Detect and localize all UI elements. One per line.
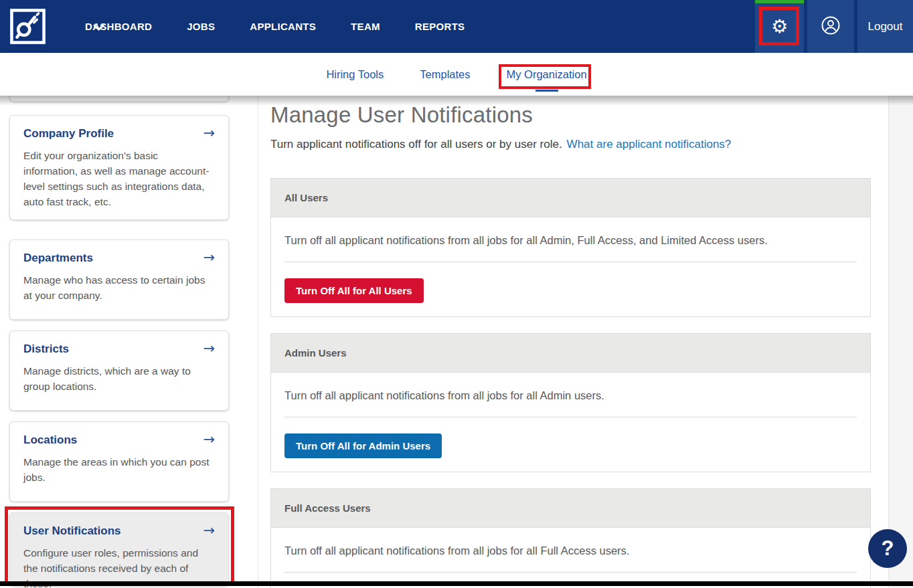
panel-all-users: All Users Turn off all applicant notific…	[270, 178, 871, 317]
card-title: Company Profile	[23, 127, 114, 140]
account-circle-icon	[821, 15, 841, 38]
nav-item-reports[interactable]: REPORTS	[415, 21, 465, 32]
nav-item-team[interactable]: TEAM	[351, 21, 380, 32]
card-title: Departments	[23, 252, 93, 265]
card-description: Manage who has access to certain jobs at…	[23, 272, 215, 303]
arrow-right-icon: →	[203, 126, 215, 140]
panel-divider	[284, 417, 857, 417]
bottom-black-bar	[0, 581, 913, 586]
arrow-right-icon: →	[203, 524, 215, 538]
panel-divider	[284, 572, 857, 573]
nav-item-dashboard[interactable]: DASHBOARD	[85, 21, 152, 32]
panel-description: Turn off all applicant notifications fro…	[284, 541, 857, 572]
sidebar-content-divider	[258, 96, 258, 588]
turn-off-all-for-all-users-button[interactable]: Turn Off All for All Users	[284, 278, 424, 303]
panel-header: Full Access Users	[271, 489, 870, 528]
tab-my-organization[interactable]: My Organization	[506, 68, 586, 81]
applicant-notifications-help-link[interactable]: What are applicant notifications?	[567, 138, 732, 151]
card-title: Locations	[23, 433, 77, 447]
tab-templates[interactable]: Templates	[420, 68, 470, 81]
primary-menu: DASHBOARD JOBS APPLICANTS TEAM REPORTS	[85, 0, 465, 53]
sidebar-card-districts[interactable]: Districts → Manage districts, which are …	[9, 330, 229, 411]
card-title: Districts	[23, 342, 69, 356]
panel-header: Admin Users	[271, 334, 870, 373]
gear-icon: ⚙	[771, 17, 788, 36]
sidebar-card-user-notifications[interactable]: User Notifications → Configure user role…	[9, 512, 229, 586]
panel-header: All Users	[271, 179, 870, 217]
turn-off-all-for-admin-users-button[interactable]: Turn Off All for Admin Users	[284, 433, 442, 458]
arrow-right-icon: →	[203, 342, 215, 356]
sidebar-card-locations[interactable]: Locations → Manage the areas in which yo…	[9, 421, 229, 502]
page-title: Manage User Notifications	[270, 102, 871, 128]
top-navigation-bar: DASHBOARD JOBS APPLICANTS TEAM REPORTS ⚙…	[0, 0, 913, 53]
settings-sub-navigation: Hiring Tools Templates My Organization	[0, 53, 913, 96]
intro-text: Turn applicant notifications off for all…	[270, 138, 562, 151]
question-mark-icon: ?	[882, 536, 894, 561]
panel-description: Turn off all applicant notifications fro…	[284, 386, 857, 417]
panel-divider	[284, 262, 857, 262]
vertical-scrollbar[interactable]	[888, 96, 913, 588]
nav-item-applicants[interactable]: APPLICANTS	[250, 21, 316, 32]
settings-gear-button[interactable]: ⚙	[755, 0, 804, 53]
app-logo-icon[interactable]	[9, 8, 46, 45]
arrow-right-icon: →	[203, 251, 215, 265]
main-content: Manage User Notifications Turn applicant…	[270, 96, 871, 588]
sidebar-card-company-profile[interactable]: Company Profile → Edit your organization…	[9, 115, 229, 220]
nav-item-jobs[interactable]: JOBS	[187, 21, 215, 32]
card-description: Manage districts, which are a way to gro…	[23, 363, 215, 394]
sidebar-card-departments[interactable]: Departments → Manage who has access to c…	[9, 239, 229, 320]
account-button[interactable]	[805, 0, 854, 53]
help-button[interactable]: ?	[868, 529, 907, 568]
active-tab-strip	[755, 0, 804, 3]
card-description: Manage the areas in which you can post j…	[23, 454, 215, 485]
panel-full-access-users: Full Access Users Turn off all applicant…	[270, 488, 871, 588]
panel-admin-users: Admin Users Turn off all applicant notif…	[270, 333, 871, 472]
panel-description: Turn off all applicant notifications fro…	[284, 231, 857, 262]
tab-hiring-tools[interactable]: Hiring Tools	[326, 68, 384, 81]
card-title: User Notifications	[23, 524, 120, 538]
card-description: Edit your organization's basic informati…	[23, 148, 215, 209]
arrow-right-icon: →	[203, 433, 215, 447]
logout-button[interactable]: Logout	[855, 0, 913, 53]
